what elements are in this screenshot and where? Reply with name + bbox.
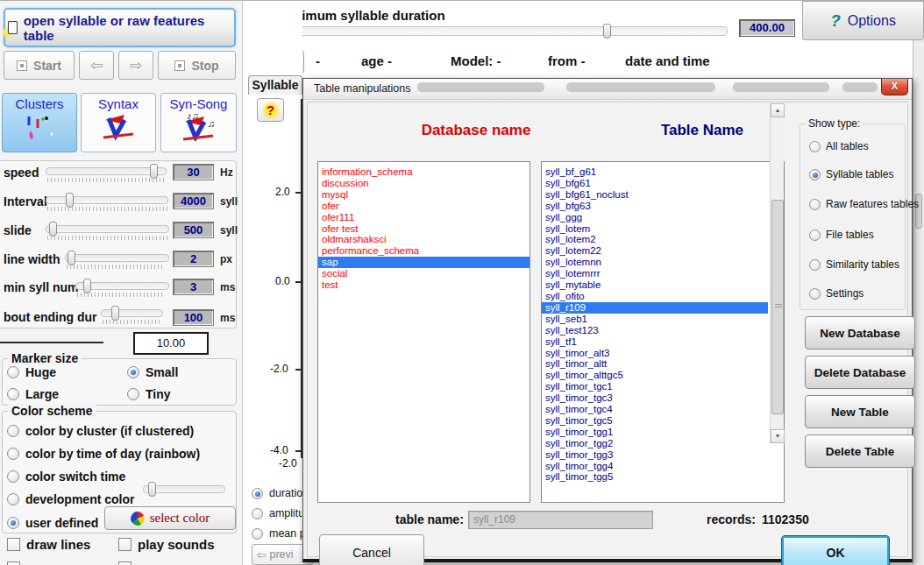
list-item[interactable]: syll_ofito bbox=[542, 291, 768, 302]
delete-table-button[interactable]: Delete Table bbox=[805, 434, 915, 468]
speed-slider[interactable] bbox=[46, 167, 167, 175]
select-color-button[interactable]: select color bbox=[104, 506, 236, 530]
open-table-button[interactable]: open syllable or raw features table bbox=[4, 8, 236, 47]
min-syll-num-slider[interactable] bbox=[75, 282, 169, 290]
list-item[interactable]: syll_lotem2 bbox=[542, 234, 768, 245]
list-item[interactable]: syll_ggg bbox=[542, 212, 768, 223]
step-forward-button[interactable]: ⇨ bbox=[118, 51, 153, 80]
slider-thumb[interactable] bbox=[111, 306, 119, 321]
start-button[interactable]: Start bbox=[4, 51, 75, 80]
radio-file-tables[interactable]: File tables bbox=[809, 229, 874, 241]
tab-syn-song[interactable]: Syn-Song ♪♫ ♫ bbox=[160, 93, 237, 152]
slide-slider[interactable] bbox=[46, 225, 169, 233]
list-item[interactable]: syll_bfg61 bbox=[542, 178, 768, 189]
plot-help-button[interactable]: ? bbox=[257, 98, 284, 122]
list-item[interactable]: syll_mytable bbox=[542, 279, 768, 291]
list-item[interactable]: syll_timor_tgg5 bbox=[542, 471, 768, 483]
checkbox-play-sounds[interactable]: play sounds bbox=[118, 537, 215, 552]
list-item[interactable]: test bbox=[318, 279, 530, 291]
right-scroll-strip[interactable] bbox=[913, 40, 924, 565]
radio-user-defined[interactable]: user defined bbox=[7, 516, 98, 530]
list-item[interactable]: syll_bfg63 bbox=[542, 201, 768, 212]
dialog-title-bar[interactable]: Table manipulations X bbox=[303, 79, 912, 100]
list-item[interactable]: syll_timor_tgg4 bbox=[542, 461, 768, 472]
table-list[interactable]: syll_bf_g61syll_bfg61syll_bfg61_noclusts… bbox=[541, 161, 785, 503]
scroll-up-icon[interactable]: ▲ bbox=[771, 103, 785, 117]
interval-slider[interactable] bbox=[46, 196, 168, 204]
stop-button[interactable]: Stop bbox=[158, 51, 236, 80]
scrollbar-thumb[interactable] bbox=[771, 200, 784, 414]
development-color-slider[interactable] bbox=[143, 485, 225, 493]
slider-thumb[interactable] bbox=[603, 24, 611, 39]
radio-small[interactable]: Small bbox=[127, 365, 178, 379]
close-icon[interactable]: X bbox=[881, 79, 908, 95]
options-button[interactable]: ? Options bbox=[802, 1, 924, 40]
list-item[interactable]: information_schema bbox=[318, 166, 530, 178]
tab-syntax[interactable]: Syntax bbox=[81, 93, 156, 152]
list-item[interactable]: social bbox=[318, 268, 530, 279]
list-item[interactable]: syll_lotem22 bbox=[542, 245, 768, 257]
slider-thumb[interactable] bbox=[83, 279, 91, 293]
radio-color-by-cluster[interactable]: color by cluster (if clustered) bbox=[7, 424, 194, 438]
database-list[interactable]: information_schemadiscussionmysqloferofe… bbox=[317, 161, 530, 503]
radio-settings[interactable]: Settings bbox=[809, 287, 864, 300]
list-item[interactable]: ofer111 bbox=[318, 212, 530, 223]
list-item[interactable]: syll_timor_alt3 bbox=[542, 348, 768, 359]
list-item[interactable]: syll_r109 bbox=[542, 302, 768, 314]
table-name-input[interactable]: syll_r109 bbox=[468, 511, 653, 529]
new-table-button[interactable]: New Table bbox=[805, 395, 915, 428]
list-item[interactable]: syll_timor_altt bbox=[542, 358, 768, 370]
radio-huge[interactable]: Huge bbox=[7, 365, 56, 379]
radio-color-switch-time[interactable]: color switch time bbox=[7, 470, 125, 484]
list-item[interactable]: mysql bbox=[318, 189, 530, 201]
radio-similarity-tables[interactable]: Similarity tables bbox=[809, 258, 899, 271]
list-item[interactable]: syll_timor_tgg3 bbox=[542, 449, 768, 461]
threshold-value-box[interactable]: 10.00 bbox=[133, 332, 209, 355]
scroll-down-icon[interactable]: ▼ bbox=[771, 429, 785, 443]
slider-thumb[interactable] bbox=[148, 482, 156, 497]
list-item[interactable]: syll_seb1 bbox=[542, 314, 768, 325]
list-item[interactable]: syll_tf1 bbox=[542, 336, 768, 348]
radio-tiny[interactable]: Tiny bbox=[127, 387, 171, 401]
radio-raw-features-tables[interactable]: Raw features tables bbox=[809, 198, 919, 210]
new-database-button[interactable]: New Database bbox=[805, 316, 915, 350]
slider-thumb[interactable] bbox=[49, 222, 57, 237]
list-item[interactable]: discussion bbox=[318, 178, 530, 189]
checkbox-draw-lines[interactable]: draw lines bbox=[7, 537, 90, 552]
ok-button[interactable]: OK bbox=[782, 536, 889, 565]
list-item[interactable]: syll_timor_alttgc5 bbox=[542, 370, 768, 381]
radio-duration[interactable]: duration bbox=[252, 487, 309, 499]
line-width-slider[interactable] bbox=[65, 254, 169, 262]
slider-thumb[interactable] bbox=[150, 164, 158, 179]
checkbox-clipped-right[interactable] bbox=[118, 561, 131, 565]
list-item[interactable]: syll_bfg61_noclust bbox=[542, 189, 768, 201]
radio-syllable-tables[interactable]: Syllable tables bbox=[809, 168, 893, 180]
radio-development-color[interactable]: development color bbox=[7, 492, 134, 506]
tab-syllable[interactable]: Syllable bbox=[248, 75, 302, 95]
radio-mean-pitch[interactable]: mean p bbox=[252, 527, 306, 540]
list-item[interactable]: syll_lotemrrr bbox=[542, 268, 768, 279]
list-item[interactable]: oldmarshaksci bbox=[318, 234, 530, 245]
slider-thumb[interactable] bbox=[68, 251, 75, 265]
delete-database-button[interactable]: Delete Database bbox=[805, 356, 915, 389]
list-item[interactable]: syll_lotem bbox=[542, 223, 768, 235]
list-item[interactable]: syll_timor_tgc3 bbox=[542, 392, 768, 404]
radio-color-by-time[interactable]: color by time of day (rainbow) bbox=[7, 447, 200, 461]
checkbox-clipped-left[interactable] bbox=[7, 561, 20, 565]
list-item[interactable]: ofer bbox=[318, 201, 530, 212]
bout-ending-dur-slider[interactable] bbox=[101, 309, 163, 317]
list-item[interactable]: sap bbox=[318, 257, 530, 268]
step-back-button[interactable]: ⇦ bbox=[79, 51, 114, 80]
list-item[interactable]: performance_schema bbox=[318, 245, 530, 257]
table-list-scrollbar[interactable]: ▲ ▼ bbox=[770, 103, 784, 443]
radio-large[interactable]: Large bbox=[7, 387, 59, 401]
list-item[interactable]: syll_timor_tgc5 bbox=[542, 415, 768, 427]
radio-all-tables[interactable]: All tables bbox=[809, 140, 869, 152]
list-item[interactable]: ofer test bbox=[318, 223, 530, 235]
slider-thumb[interactable] bbox=[66, 193, 74, 208]
cancel-button[interactable]: Cancel bbox=[319, 534, 424, 565]
list-item[interactable]: syll_timor_tgg2 bbox=[542, 438, 768, 449]
list-item[interactable]: syll_timor_tgc1 bbox=[542, 381, 768, 392]
max-syllable-duration-slider[interactable] bbox=[272, 26, 728, 36]
list-item[interactable]: syll_test123 bbox=[542, 325, 768, 336]
